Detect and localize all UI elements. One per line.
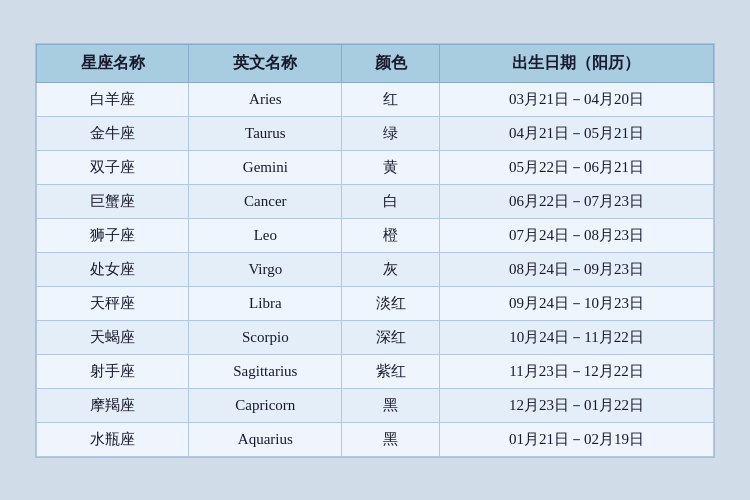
cell-dates: 09月24日－10月23日	[439, 286, 713, 320]
cell-chinese-name: 天蝎座	[37, 320, 189, 354]
cell-dates: 06月22日－07月23日	[439, 184, 713, 218]
table-row: 摩羯座Capricorn黑12月23日－01月22日	[37, 388, 714, 422]
cell-chinese-name: 水瓶座	[37, 422, 189, 456]
zodiac-table: 星座名称 英文名称 颜色 出生日期（阳历） 白羊座Aries红03月21日－04…	[36, 44, 714, 457]
cell-color: 绿	[342, 116, 440, 150]
cell-english-name: Libra	[189, 286, 342, 320]
cell-color: 黑	[342, 388, 440, 422]
cell-color: 橙	[342, 218, 440, 252]
cell-english-name: Aries	[189, 82, 342, 116]
cell-color: 紫红	[342, 354, 440, 388]
cell-dates: 03月21日－04月20日	[439, 82, 713, 116]
cell-dates: 07月24日－08月23日	[439, 218, 713, 252]
table-row: 射手座Sagittarius紫红11月23日－12月22日	[37, 354, 714, 388]
table-row: 金牛座Taurus绿04月21日－05月21日	[37, 116, 714, 150]
cell-english-name: Capricorn	[189, 388, 342, 422]
table-row: 水瓶座Aquarius黑01月21日－02月19日	[37, 422, 714, 456]
cell-dates: 01月21日－02月19日	[439, 422, 713, 456]
cell-chinese-name: 射手座	[37, 354, 189, 388]
cell-chinese-name: 巨蟹座	[37, 184, 189, 218]
cell-chinese-name: 狮子座	[37, 218, 189, 252]
cell-color: 黑	[342, 422, 440, 456]
table-body: 白羊座Aries红03月21日－04月20日金牛座Taurus绿04月21日－0…	[37, 82, 714, 456]
header-chinese-name: 星座名称	[37, 44, 189, 82]
cell-color: 淡红	[342, 286, 440, 320]
header-english-name: 英文名称	[189, 44, 342, 82]
cell-english-name: Sagittarius	[189, 354, 342, 388]
cell-english-name: Aquarius	[189, 422, 342, 456]
cell-english-name: Virgo	[189, 252, 342, 286]
cell-color: 黄	[342, 150, 440, 184]
cell-chinese-name: 金牛座	[37, 116, 189, 150]
cell-dates: 10月24日－11月22日	[439, 320, 713, 354]
header-color: 颜色	[342, 44, 440, 82]
cell-color: 深红	[342, 320, 440, 354]
cell-color: 灰	[342, 252, 440, 286]
cell-dates: 11月23日－12月22日	[439, 354, 713, 388]
cell-dates: 12月23日－01月22日	[439, 388, 713, 422]
cell-dates: 08月24日－09月23日	[439, 252, 713, 286]
table-row: 天蝎座Scorpio深红10月24日－11月22日	[37, 320, 714, 354]
zodiac-table-container: 星座名称 英文名称 颜色 出生日期（阳历） 白羊座Aries红03月21日－04…	[35, 43, 715, 458]
cell-english-name: Scorpio	[189, 320, 342, 354]
cell-english-name: Leo	[189, 218, 342, 252]
table-row: 处女座Virgo灰08月24日－09月23日	[37, 252, 714, 286]
cell-english-name: Taurus	[189, 116, 342, 150]
table-row: 天秤座Libra淡红09月24日－10月23日	[37, 286, 714, 320]
cell-chinese-name: 处女座	[37, 252, 189, 286]
cell-dates: 05月22日－06月21日	[439, 150, 713, 184]
table-row: 双子座Gemini黄05月22日－06月21日	[37, 150, 714, 184]
cell-chinese-name: 摩羯座	[37, 388, 189, 422]
cell-dates: 04月21日－05月21日	[439, 116, 713, 150]
cell-chinese-name: 双子座	[37, 150, 189, 184]
table-row: 白羊座Aries红03月21日－04月20日	[37, 82, 714, 116]
cell-color: 红	[342, 82, 440, 116]
table-header-row: 星座名称 英文名称 颜色 出生日期（阳历）	[37, 44, 714, 82]
table-row: 狮子座Leo橙07月24日－08月23日	[37, 218, 714, 252]
cell-chinese-name: 天秤座	[37, 286, 189, 320]
cell-english-name: Gemini	[189, 150, 342, 184]
cell-chinese-name: 白羊座	[37, 82, 189, 116]
table-row: 巨蟹座Cancer白06月22日－07月23日	[37, 184, 714, 218]
cell-english-name: Cancer	[189, 184, 342, 218]
header-dates: 出生日期（阳历）	[439, 44, 713, 82]
cell-color: 白	[342, 184, 440, 218]
